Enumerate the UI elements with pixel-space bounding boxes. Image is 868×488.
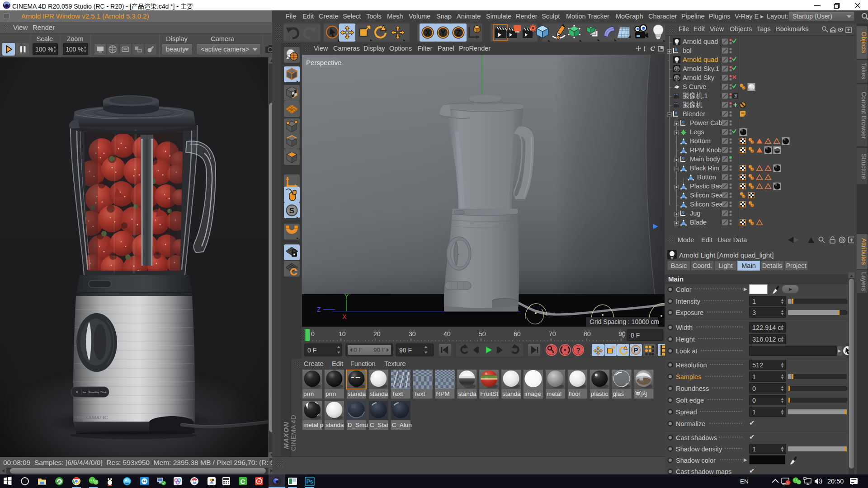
svg-text:20: 20 bbox=[373, 330, 381, 338]
svg-text:Y: Y bbox=[440, 28, 446, 38]
svg-text:D_Smu: D_Smu bbox=[348, 422, 368, 428]
svg-text:Power Cable: Power Cable bbox=[690, 119, 727, 127]
svg-text:40: 40 bbox=[443, 330, 451, 338]
svg-text:Legs: Legs bbox=[690, 128, 704, 136]
svg-text:?: ? bbox=[576, 346, 580, 354]
svg-text:80: 80 bbox=[584, 330, 591, 338]
svg-text:30: 30 bbox=[409, 330, 416, 338]
svg-text:Text: Text bbox=[414, 390, 425, 397]
svg-text:standa: standa bbox=[502, 390, 521, 397]
svg-text:S: S bbox=[289, 206, 294, 215]
svg-text:S Curve: S Curve bbox=[683, 83, 706, 90]
svg-text:Arnold Sky: Arnold Sky bbox=[683, 74, 715, 81]
svg-text:Silicon Seal: Silicon Seal bbox=[690, 201, 724, 208]
svg-text:metal p: metal p bbox=[303, 422, 323, 428]
svg-text:image_: image_ bbox=[524, 390, 545, 397]
svg-text:metal: metal bbox=[547, 390, 561, 397]
svg-text:standa: standa bbox=[458, 390, 476, 397]
svg-text:Z: Z bbox=[317, 306, 321, 313]
svg-text:50: 50 bbox=[479, 330, 486, 338]
svg-text:glas: glas bbox=[613, 390, 624, 397]
svg-text:0 F: 0 F bbox=[307, 347, 316, 354]
svg-text:0 F: 0 F bbox=[631, 332, 640, 339]
svg-text:prm: prm bbox=[303, 390, 314, 397]
svg-text:prm: prm bbox=[326, 390, 336, 397]
svg-text:!: ! bbox=[788, 481, 789, 485]
svg-text:Grid Spacing : 10000 cm: Grid Spacing : 10000 cm bbox=[590, 318, 659, 325]
svg-text:C: C bbox=[241, 478, 245, 485]
svg-text:RPM: RPM bbox=[436, 390, 449, 397]
svg-text:FruitSt: FruitSt bbox=[480, 390, 498, 397]
svg-text:Blender: Blender bbox=[683, 110, 705, 117]
svg-text:Silicon Seal: Silicon Seal bbox=[690, 192, 724, 199]
svg-text:室内: 室内 bbox=[635, 390, 647, 397]
svg-text:Arnold quad_l: Arnold quad_l bbox=[683, 38, 723, 45]
svg-text:Bottom: Bottom bbox=[690, 137, 711, 145]
svg-text:standa: standa bbox=[348, 390, 366, 397]
svg-text:0 F: 0 F bbox=[354, 347, 363, 353]
svg-text:P: P bbox=[633, 346, 638, 354]
svg-text:70: 70 bbox=[549, 330, 556, 338]
svg-text:10: 10 bbox=[339, 330, 346, 338]
svg-text:Plastic Base: Plastic Base bbox=[690, 183, 726, 190]
svg-text:Arnold Sky.1: Arnold Sky.1 bbox=[683, 65, 719, 72]
svg-text:Jug: Jug bbox=[690, 210, 700, 217]
svg-text:floor: floor bbox=[569, 390, 581, 397]
svg-text:Arnold quad_l: Arnold quad_l bbox=[683, 56, 723, 63]
svg-text:X: X bbox=[342, 313, 347, 320]
svg-text:0: 0 bbox=[311, 330, 315, 338]
svg-text:Z: Z bbox=[456, 28, 461, 38]
svg-text:e: e bbox=[58, 479, 61, 484]
svg-text:standa: standa bbox=[326, 422, 344, 428]
svg-text:Main body: Main body bbox=[690, 155, 721, 163]
svg-text:C_Stai: C_Stai bbox=[370, 422, 388, 428]
svg-text:Text: Text bbox=[392, 390, 403, 397]
svg-text:摄像机: 摄像机 bbox=[683, 101, 703, 108]
svg-text:X: X bbox=[425, 28, 430, 38]
svg-text:20:50: 20:50 bbox=[827, 478, 844, 485]
svg-text:RPM Knob: RPM Knob bbox=[690, 146, 722, 154]
svg-text:Y: Y bbox=[344, 293, 349, 300]
svg-text:bol: bol bbox=[683, 47, 691, 54]
svg-text:C_Alun: C_Alun bbox=[392, 422, 412, 428]
svg-text:Ps: Ps bbox=[307, 479, 313, 485]
svg-text:Blade: Blade bbox=[690, 219, 707, 226]
svg-text:摄像机.1: 摄像机.1 bbox=[683, 92, 708, 99]
svg-text:Button: Button bbox=[697, 174, 716, 181]
svg-text:Black Rim: Black Rim bbox=[690, 164, 719, 172]
svg-text:90 F: 90 F bbox=[399, 347, 412, 354]
svg-text:90 F: 90 F bbox=[373, 347, 386, 353]
svg-text:Perspective: Perspective bbox=[306, 59, 341, 66]
svg-text:plastic: plastic bbox=[591, 390, 609, 397]
svg-text:EN: EN bbox=[740, 478, 749, 485]
svg-text:60: 60 bbox=[514, 330, 521, 338]
svg-text:standa: standa bbox=[370, 390, 388, 397]
